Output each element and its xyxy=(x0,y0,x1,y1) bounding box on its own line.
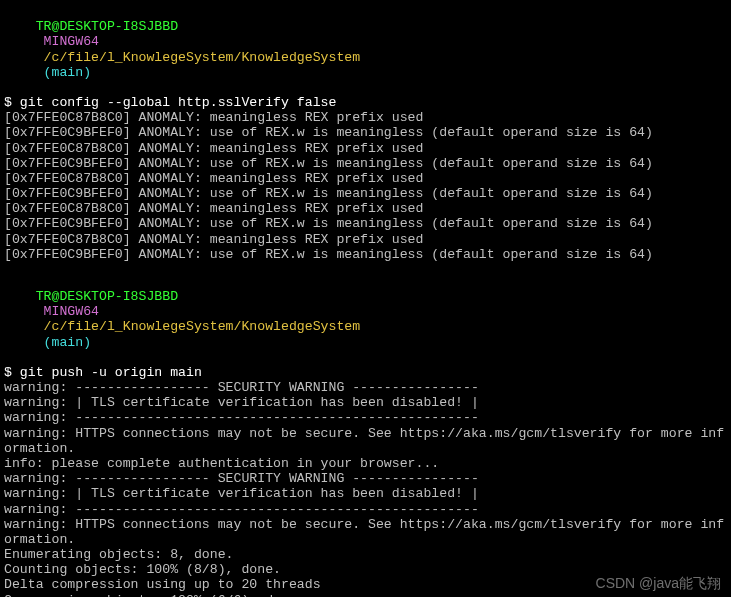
output-line: [0x7FFE0C9BFEF0] ANOMALY: use of REX.w i… xyxy=(4,125,727,140)
user-host: TR@DESKTOP-I8SJBBD xyxy=(36,289,178,304)
command-line[interactable]: $ git push -u origin main xyxy=(4,365,727,380)
output-line: [0x7FFE0C87B8C0] ANOMALY: meaningless RE… xyxy=(4,171,727,186)
blank-line xyxy=(4,262,727,274)
command-line[interactable]: $ git config --global http.sslVerify fal… xyxy=(4,95,727,110)
output-line: warning: ----------------- SECURITY WARN… xyxy=(4,471,727,486)
user-host: TR@DESKTOP-I8SJBBD xyxy=(36,19,178,34)
env-label: MINGW64 xyxy=(44,34,99,49)
output-line: warning: HTTPS connections may not be se… xyxy=(4,517,727,547)
output-line: [0x7FFE0C87B8C0] ANOMALY: meaningless RE… xyxy=(4,201,727,216)
output-line: warning: ----------------- SECURITY WARN… xyxy=(4,380,727,395)
output-line: [0x7FFE0C9BFEF0] ANOMALY: use of REX.w i… xyxy=(4,186,727,201)
cwd-path: /c/file/l_KnowlegeSystem/KnowledgeSystem xyxy=(44,50,361,65)
output-line: warning: -------------------------------… xyxy=(4,502,727,517)
output-line: warning: HTTPS connections may not be se… xyxy=(4,426,727,456)
prompt-line: TR@DESKTOP-I8SJBBD MINGW64 /c/file/l_Kno… xyxy=(4,274,727,365)
output-line: warning: -------------------------------… xyxy=(4,410,727,425)
output-line: Delta compression using up to 20 threads xyxy=(4,577,727,592)
output-line: warning: | TLS certificate verification … xyxy=(4,395,727,410)
terminal[interactable]: TR@DESKTOP-I8SJBBD MINGW64 /c/file/l_Kno… xyxy=(4,4,727,597)
output-line: [0x7FFE0C87B8C0] ANOMALY: meaningless RE… xyxy=(4,110,727,125)
cwd-path: /c/file/l_KnowlegeSystem/KnowledgeSystem xyxy=(44,319,361,334)
output-line: [0x7FFE0C87B8C0] ANOMALY: meaningless RE… xyxy=(4,232,727,247)
output-line: Compressing objects: 100% (6/6), done. xyxy=(4,593,727,597)
prompt-line: TR@DESKTOP-I8SJBBD MINGW64 /c/file/l_Kno… xyxy=(4,4,727,95)
branch-label: (main) xyxy=(44,335,91,350)
output-line: Counting objects: 100% (8/8), done. xyxy=(4,562,727,577)
output-line: [0x7FFE0C9BFEF0] ANOMALY: use of REX.w i… xyxy=(4,156,727,171)
env-label: MINGW64 xyxy=(44,304,99,319)
output-line: [0x7FFE0C9BFEF0] ANOMALY: use of REX.w i… xyxy=(4,247,727,262)
output-line: Enumerating objects: 8, done. xyxy=(4,547,727,562)
output-line: warning: | TLS certificate verification … xyxy=(4,486,727,501)
output-line: [0x7FFE0C9BFEF0] ANOMALY: use of REX.w i… xyxy=(4,216,727,231)
branch-label: (main) xyxy=(44,65,91,80)
output-line: [0x7FFE0C87B8C0] ANOMALY: meaningless RE… xyxy=(4,141,727,156)
output-line: info: please complete authentication in … xyxy=(4,456,727,471)
